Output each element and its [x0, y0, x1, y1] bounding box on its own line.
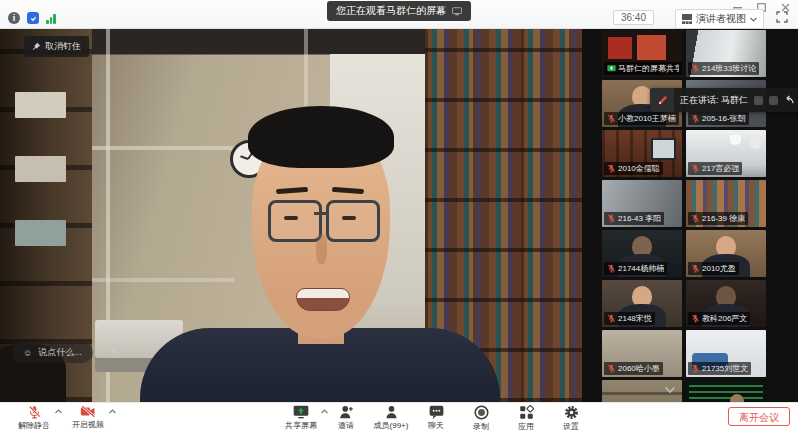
mic-muted-icon: [607, 314, 616, 323]
mic-muted-icon: [607, 164, 616, 173]
mic-muted-icon: [607, 214, 616, 223]
screen-icon: [452, 7, 462, 16]
camera-off-icon: [80, 405, 96, 418]
meeting-info-icon[interactable]: i: [8, 12, 20, 24]
chevron-down-icon: [750, 17, 757, 22]
mic-muted-icon: [27, 405, 42, 419]
participant-name-label: 2010尤盈: [688, 262, 739, 275]
unpin-button[interactable]: 取消钉住: [24, 36, 89, 57]
chat-collapse-arrow[interactable]: ‹: [112, 344, 116, 356]
participant-tile[interactable]: 216-39 徐康: [686, 180, 766, 227]
network-signal-icon[interactable]: [46, 13, 56, 24]
participant-name-label: 21744杨帅楠: [604, 262, 667, 275]
members-icon: [384, 405, 399, 419]
participant-tile[interactable]: 2060哈小墨: [602, 330, 682, 377]
participant-video-thumbnail: [686, 380, 766, 402]
fullscreen-icon[interactable]: [776, 11, 788, 23]
participant-tile[interactable]: 21744杨帅楠: [602, 230, 682, 277]
video-options-chevron[interactable]: [109, 409, 116, 414]
mic-muted-icon: [691, 314, 700, 323]
glasses: [268, 200, 322, 242]
participant-name-label: 2148宋悦: [604, 312, 655, 325]
members-button[interactable]: 成员(99+): [370, 405, 412, 430]
mic-muted-icon: [691, 164, 700, 173]
watching-screen-banner: 您正在观看马群仁的屏幕: [327, 1, 471, 21]
smiling-mouth: [296, 288, 350, 311]
mic-muted-icon: [607, 114, 616, 123]
apps-grid-icon: [519, 405, 534, 420]
participant-name-label: 217言必强: [688, 162, 742, 175]
participant-name-label: 214班33班讨论: [688, 62, 759, 75]
settings-button[interactable]: 设置: [550, 405, 592, 430]
invite-button[interactable]: 邀请: [325, 405, 367, 430]
participant-tile[interactable]: 2010金儒聪: [602, 130, 682, 177]
participant-tile[interactable]: 217言必强: [686, 130, 766, 177]
participant-name-label: 216-43 李阳: [604, 212, 664, 225]
meeting-window: i 36:40 演讲者视图 您正在观看马群仁的屏幕: [0, 0, 798, 430]
quick-chat-input[interactable]: ☺ 说点什么...: [12, 342, 93, 363]
participant-name-label: 216-39 徐康: [688, 212, 748, 225]
speaker-face: [252, 116, 390, 338]
hair: [248, 106, 394, 168]
chat-button[interactable]: 聊天: [415, 405, 457, 430]
share-screen-button[interactable]: 共享屏幕: [280, 405, 322, 430]
mic-muted-icon: [691, 64, 700, 73]
mic-muted-icon: [691, 264, 700, 273]
participant-name-label: 21735刘世文: [688, 362, 751, 375]
unmute-button[interactable]: 解除静音: [10, 405, 58, 430]
participant-name-label: 小教2010王梦楠: [604, 112, 679, 125]
speaking-toast: 正在讲话: 马群仁: [650, 88, 798, 112]
record-icon: [474, 405, 489, 420]
invite-person-icon: [339, 405, 354, 419]
mic-muted-icon: [691, 114, 700, 123]
record-button[interactable]: 录制: [460, 405, 502, 430]
mic-options-chevron[interactable]: [55, 409, 62, 414]
smiley-icon: ☺: [23, 348, 32, 358]
share-screen-icon: [293, 405, 309, 419]
bottom-toolbar: 解除静音 开启视频 共享屏幕 邀请 成员(99+): [0, 402, 798, 430]
collapse-arrow-icon[interactable]: [784, 95, 795, 105]
meeting-timer: 36:40: [613, 10, 654, 25]
participant-tile[interactable]: 教科206严文: [686, 280, 766, 327]
participant-tile[interactable]: 21735刘世文: [686, 330, 766, 377]
apps-button[interactable]: 应用: [505, 405, 547, 430]
participant-name-label: 2010金儒聪: [604, 162, 663, 175]
chat-bubble-icon: [429, 405, 444, 419]
annotation-pencil-icon[interactable]: [650, 88, 674, 112]
participant-tile[interactable]: 2148宋悦: [602, 280, 682, 327]
participant-name-label: 教科206严文: [688, 312, 750, 325]
participant-name-label: 205-16-张朝: [688, 112, 749, 125]
participants-sidebar: 马群仁的屏幕共享 214班33班讨论 小教2010王梦楠 205-16-张朝 2…: [582, 28, 798, 402]
security-shield-icon[interactable]: [27, 12, 39, 24]
participant-tile[interactable]: [686, 380, 766, 402]
participant-tile[interactable]: 216-43 李阳: [602, 180, 682, 227]
gear-icon: [564, 405, 579, 420]
pin-icon: [32, 42, 41, 51]
mic-muted-icon: [607, 264, 616, 273]
view-mode-button[interactable]: 演讲者视图: [675, 9, 764, 29]
participant-tile[interactable]: 2010尤盈: [686, 230, 766, 277]
participant-tile[interactable]: 马群仁的屏幕共享: [602, 30, 682, 77]
mic-muted-icon: [691, 214, 700, 223]
screen-share-icon: [607, 64, 616, 73]
mic-muted-icon: [691, 364, 700, 373]
participant-name-label: 马群仁的屏幕共享: [604, 62, 682, 75]
start-video-button[interactable]: 开启视频: [64, 405, 112, 430]
scroll-down-chevron[interactable]: [664, 386, 676, 394]
main-video-stage: 取消钉住 ☺ 说点什么... ‹: [0, 28, 582, 402]
participant-name-label: 2060哈小墨: [604, 362, 663, 375]
mic-muted-icon: [607, 364, 616, 373]
layout-grid-icon: [682, 14, 692, 24]
leave-meeting-button[interactable]: 离开会议: [728, 407, 790, 426]
participant-tile[interactable]: 214班33班讨论: [686, 30, 766, 77]
participant-grid: 马群仁的屏幕共享 214班33班讨论 小教2010王梦楠 205-16-张朝 2…: [602, 30, 766, 402]
